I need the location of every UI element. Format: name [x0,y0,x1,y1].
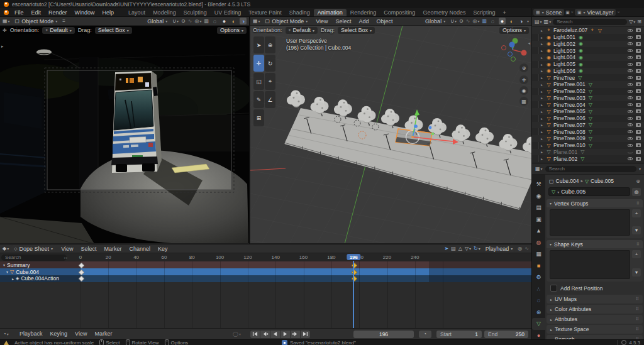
shading-wireframe-icon[interactable]: ◌ [489,18,496,25]
current-frame-badge[interactable]: 196 [347,254,360,260]
panel-menu-icon[interactable]: ⠿ [636,327,639,332]
properties-search-input[interactable] [545,166,636,172]
expand-icon[interactable]: ▸ [541,48,544,53]
show-in-viewport-icon[interactable] [628,56,633,59]
disable-in-renders-icon[interactable] [636,123,641,127]
panel-attributes[interactable]: ▸Attributes⠿ [547,315,643,324]
dope-sheet-mode-dropdown[interactable]: ◇Dope Sheet▾ [11,245,55,252]
show-in-viewport-icon[interactable] [628,123,633,126]
scene-selector[interactable]: ▦▾ Scene [533,9,564,16]
expand-icon[interactable]: ▸ [541,116,544,121]
expand-icon[interactable]: ▸ [541,123,544,127]
use-preview-range-icon[interactable]: ◔ [419,331,431,338]
show-in-viewport-icon[interactable] [628,137,633,140]
show-in-viewport-icon[interactable] [628,36,633,39]
shading-solid-icon[interactable]: ● [221,18,228,25]
perspective-toggle-icon[interactable]: ▦ [519,97,528,106]
disable-in-renders-icon[interactable] [636,69,641,73]
dopesheet-menu-channel[interactable]: Channel [126,246,154,252]
move-tool[interactable]: ✛ [253,55,264,72]
particles-icon[interactable]: ∴ [532,283,545,295]
shading-material-icon[interactable]: ◐ [230,18,237,25]
disable-in-renders-icon[interactable] [636,103,641,107]
vertex-group-specials-icon[interactable]: ▾ [632,226,641,234]
workspace-tab-uv-editing[interactable]: UV Editing [211,9,245,16]
disable-in-renders-icon[interactable] [636,143,641,147]
show-in-viewport-icon[interactable] [628,49,633,52]
properties-options-icon[interactable]: ▾ [639,167,641,171]
viewport-menu-object[interactable]: Object [374,18,396,25]
channel-search-input[interactable] [1,255,67,261]
hide-channels-icon[interactable]: ▤ [451,246,456,251]
dopesheet-menu-marker[interactable]: Marker [101,246,125,252]
viewport-menu-view[interactable]: View [313,18,331,25]
breadcrumb-data[interactable]: Cube.005 [591,178,614,184]
playhead-snap-dropdown[interactable]: Playhead▾ [483,245,516,252]
shape-keys-list[interactable] [550,250,630,279]
expand-icon[interactable]: ▸ [541,89,544,94]
overlays-toggle-icon[interactable]: ▥ [204,18,209,24]
expand-icon[interactable]: ▸ [541,35,544,40]
disable-in-renders-icon[interactable] [636,136,641,140]
editor-type-icon[interactable]: ▦▾ [3,18,10,24]
disable-in-renders-icon[interactable] [636,35,641,39]
vertex-groups-panel-header[interactable]: ▾Vertex Groups ⠿ [547,199,643,207]
editor-type-icon[interactable]: ◆▾ [3,246,9,251]
disable-in-renders-icon[interactable] [636,28,641,32]
add-vertex-group-button[interactable]: + [632,209,641,217]
workspace-tab-layout[interactable]: Layout [125,9,149,16]
show-in-viewport-icon[interactable] [628,29,633,32]
show-in-viewport-icon[interactable] [628,144,633,147]
outliner-item-plane.001[interactable]: ▸▽Plane.001▽ [532,149,644,156]
workspace-tab-animation[interactable]: Animation [314,9,347,16]
play-button[interactable] [280,331,290,338]
camera-view-icon[interactable]: ◉ [519,86,528,95]
auto-snap-icon[interactable]: ↻▾ [474,246,480,251]
collapsed-menus-icon[interactable]: ≡ [62,18,65,24]
dopesheet-menu-view[interactable]: View [58,246,76,252]
outliner-search-input[interactable] [553,19,627,25]
expand-icon[interactable]: ▸ [541,62,544,67]
show-in-viewport-icon[interactable] [628,90,633,93]
outliner-item-pinetree.008[interactable]: ▸▽PineTree.008▽ [532,128,644,135]
editor-type-icon[interactable]: ▦▾ [535,166,543,172]
delete-viewlayer-icon[interactable]: × [617,10,619,14]
viewport-main-canvas[interactable]: Orientation: ⌖Default▾ Drag: Select Box▾… [250,26,531,243]
shading-material-icon[interactable]: ◐ [508,18,515,25]
transform-orientation-dropdown[interactable]: Global▾ [423,18,448,25]
show-in-viewport-icon[interactable] [628,69,633,72]
show-in-viewport-icon[interactable] [628,103,633,106]
workspace-tab-scripting[interactable]: Scripting [469,9,499,16]
expand-icon[interactable]: ▸ [541,129,544,134]
transform-tool[interactable]: ⌖ [265,73,275,90]
cursor-tool[interactable]: ⊕ [265,36,275,53]
channel-action[interactable]: ▸ ◈ Cube.004Action [12,275,59,282]
timeline-menu-marker[interactable]: Marker [91,331,115,337]
falloff-icon[interactable]: ∿ [525,246,529,251]
rotate-tool[interactable]: ↻ [265,55,275,72]
delete-scene-icon[interactable]: × [571,10,574,14]
modifiers-icon[interactable]: ⚙ [532,271,545,283]
expand-icon[interactable]: ▸ [541,156,544,161]
outliner-item-light.002[interactable]: ▸◉Light.002◉ [532,41,644,48]
gizmos-toggle-icon[interactable]: ◎▾ [194,18,201,24]
object-icon[interactable]: ■ [532,260,545,272]
current-frame-field[interactable]: 196 [353,331,414,338]
mode-dropdown[interactable]: ▢ Object Mode▾ [13,18,60,25]
channel-object[interactable]: ▾ ▽ Cube.004 [6,268,39,275]
channel-summary[interactable]: ▾Summary [3,261,30,268]
snap-icon[interactable]: ∪▾ [172,18,179,24]
panel-menu-icon[interactable]: ⠿ [636,317,639,322]
panel-texture-space[interactable]: ▸Texture Space⠿ [547,325,643,334]
show-in-viewport-icon[interactable] [628,96,633,99]
toolbar-expand-arrow[interactable]: ▸ [1,44,4,49]
editor-type-icon[interactable]: ▤▾ [535,19,542,25]
pan-icon[interactable]: ✛ [519,75,528,84]
outliner-item-pinetree.010[interactable]: ▸▽PineTree.010▽ [532,142,644,149]
disable-in-renders-icon[interactable] [636,130,641,134]
overlays-toggle-icon[interactable]: ▥ [482,18,487,24]
expand-icon[interactable]: ▸ [541,75,544,80]
annotate-tool[interactable]: ✎ [253,91,264,108]
outliner-item-pinetree.007[interactable]: ▸▽PineTree.007▽ [532,122,644,129]
tool-icon[interactable]: ⚒ [532,178,545,190]
